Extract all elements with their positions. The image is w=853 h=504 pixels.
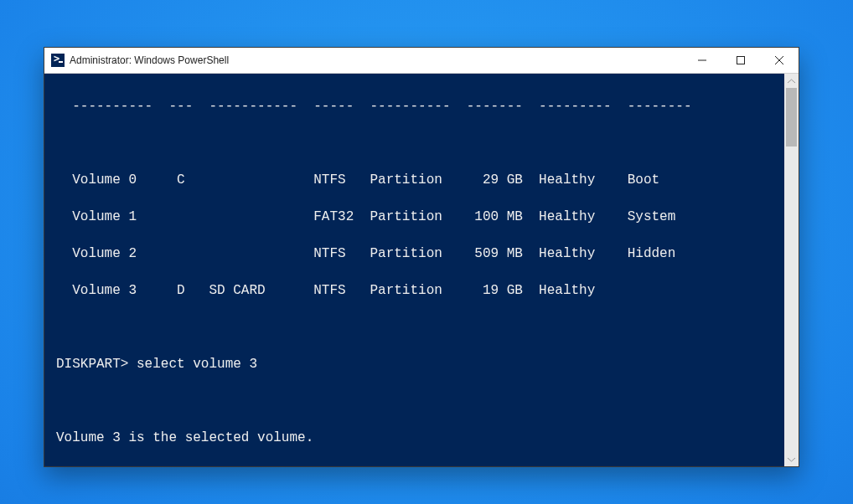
blank-line	[56, 134, 784, 152]
table-row: Volume 1 FAT32 Partition 100 MB Healthy …	[56, 208, 784, 226]
scroll-thumb[interactable]	[786, 88, 797, 147]
chevron-down-icon	[788, 457, 795, 462]
vertical-scrollbar[interactable]	[784, 74, 799, 466]
prompt: DISKPART>	[56, 357, 137, 372]
response-line: Volume 3 is the selected volume.	[56, 429, 784, 447]
table-row: Volume 2 NTFS Partition 509 MB Healthy H…	[56, 244, 784, 263]
close-button[interactable]	[760, 48, 799, 73]
blank-line	[56, 318, 784, 337]
close-icon	[775, 56, 783, 64]
powershell-window: Administrator: Windows PowerShell ------…	[44, 47, 799, 467]
titlebar[interactable]: Administrator: Windows PowerShell	[44, 48, 799, 74]
client-area: ---------- --- ----------- ----- -------…	[44, 74, 799, 466]
powershell-icon	[51, 54, 65, 67]
scroll-down-button[interactable]	[784, 452, 799, 466]
maximize-button[interactable]	[721, 48, 760, 73]
blank-line	[56, 392, 784, 410]
blank-line	[56, 465, 784, 466]
minimize-icon	[698, 56, 706, 64]
command-line: DISKPART> select volume 3	[56, 355, 784, 373]
table-divider: ---------- --- ----------- ----- -------…	[56, 97, 784, 116]
scroll-up-button[interactable]	[784, 74, 799, 88]
minimize-button[interactable]	[683, 48, 721, 73]
table-row: Volume 0 C NTFS Partition 29 GB Healthy …	[56, 171, 784, 189]
window-title: Administrator: Windows PowerShell	[70, 54, 683, 66]
command-text: select volume 3	[137, 357, 257, 372]
svg-rect-1	[737, 57, 745, 64]
chevron-up-icon	[788, 79, 795, 84]
window-controls	[683, 48, 799, 73]
maximize-icon	[737, 56, 745, 64]
terminal-output[interactable]: ---------- --- ----------- ----- -------…	[44, 74, 784, 466]
table-row: Volume 3 D SD CARD NTFS Partition 19 GB …	[56, 281, 784, 300]
